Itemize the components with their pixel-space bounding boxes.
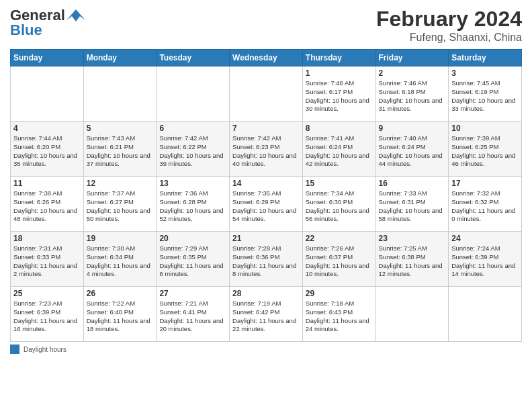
calendar-day-cell: 14Sunrise: 7:35 AM Sunset: 6:29 PM Dayli…: [230, 177, 303, 232]
calendar-week-row: 11Sunrise: 7:38 AM Sunset: 6:26 PM Dayli…: [11, 177, 522, 232]
calendar-day-cell: [157, 66, 230, 122]
calendar-day-cell: 7Sunrise: 7:42 AM Sunset: 6:23 PM Daylig…: [230, 122, 303, 177]
day-number: 19: [87, 234, 154, 243]
weekday-header: Wednesday: [230, 50, 303, 66]
calendar-day-cell: [230, 66, 303, 122]
day-info: Sunrise: 7:44 AM Sunset: 6:20 PM Dayligh…: [13, 134, 81, 169]
calendar-day-cell: [11, 66, 84, 122]
calendar-day-cell: 24Sunrise: 7:24 AM Sunset: 6:39 PM Dayli…: [449, 232, 522, 287]
day-number: 25: [13, 289, 81, 298]
day-number: 5: [87, 124, 154, 133]
calendar-day-cell: [83, 66, 157, 122]
calendar-day-cell: 16Sunrise: 7:33 AM Sunset: 6:31 PM Dayli…: [375, 177, 449, 232]
day-number: 6: [159, 124, 226, 133]
calendar-day-cell: 23Sunrise: 7:25 AM Sunset: 6:38 PM Dayli…: [375, 232, 449, 287]
weekday-header: Monday: [83, 50, 157, 66]
calendar-day-cell: 11Sunrise: 7:38 AM Sunset: 6:26 PM Dayli…: [11, 177, 84, 232]
day-info: Sunrise: 7:42 AM Sunset: 6:23 PM Dayligh…: [232, 134, 300, 169]
calendar-day-cell: 26Sunrise: 7:22 AM Sunset: 6:40 PM Dayli…: [83, 287, 157, 342]
logo-bird-icon: [66, 8, 85, 23]
calendar-day-cell: 21Sunrise: 7:28 AM Sunset: 6:36 PM Dayli…: [230, 232, 303, 287]
day-info: Sunrise: 7:25 AM Sunset: 6:38 PM Dayligh…: [379, 244, 446, 279]
day-number: 1: [306, 68, 373, 78]
footer: Daylight hours: [10, 345, 522, 354]
day-number: 13: [159, 179, 226, 188]
calendar-day-cell: 28Sunrise: 7:19 AM Sunset: 6:42 PM Dayli…: [230, 287, 303, 342]
day-number: 27: [159, 289, 226, 298]
day-info: Sunrise: 7:43 AM Sunset: 6:21 PM Dayligh…: [87, 134, 154, 169]
day-info: Sunrise: 7:46 AM Sunset: 6:17 PM Dayligh…: [306, 79, 373, 113]
day-number: 11: [13, 179, 81, 188]
day-info: Sunrise: 7:42 AM Sunset: 6:22 PM Dayligh…: [159, 134, 226, 169]
day-number: 8: [306, 124, 373, 133]
day-number: 4: [13, 124, 81, 133]
day-number: 16: [379, 179, 446, 188]
calendar-day-cell: 5Sunrise: 7:43 AM Sunset: 6:21 PM Daylig…: [83, 122, 157, 177]
day-number: 24: [451, 234, 519, 243]
day-number: 15: [306, 179, 373, 188]
day-number: 20: [159, 234, 226, 243]
day-info: Sunrise: 7:41 AM Sunset: 6:24 PM Dayligh…: [306, 134, 373, 169]
day-number: 3: [451, 68, 519, 78]
day-number: 23: [379, 234, 446, 243]
day-info: Sunrise: 7:23 AM Sunset: 6:39 PM Dayligh…: [13, 300, 81, 334]
calendar-day-cell: 6Sunrise: 7:42 AM Sunset: 6:22 PM Daylig…: [157, 122, 230, 177]
day-info: Sunrise: 7:34 AM Sunset: 6:30 PM Dayligh…: [306, 189, 373, 224]
calendar-week-row: 1Sunrise: 7:46 AM Sunset: 6:17 PM Daylig…: [11, 66, 522, 122]
calendar-day-cell: 29Sunrise: 7:18 AM Sunset: 6:43 PM Dayli…: [302, 287, 375, 342]
location-subtitle: Fufeng, Shaanxi, China: [376, 32, 522, 44]
day-info: Sunrise: 7:39 AM Sunset: 6:25 PM Dayligh…: [451, 134, 519, 169]
weekday-header: Saturday: [449, 50, 522, 66]
day-number: 21: [232, 234, 300, 243]
day-info: Sunrise: 7:29 AM Sunset: 6:35 PM Dayligh…: [159, 244, 226, 279]
calendar-day-cell: 10Sunrise: 7:39 AM Sunset: 6:25 PM Dayli…: [449, 122, 522, 177]
day-info: Sunrise: 7:37 AM Sunset: 6:27 PM Dayligh…: [87, 189, 154, 224]
day-number: 12: [87, 179, 154, 188]
day-number: 18: [13, 234, 81, 243]
calendar-day-cell: 18Sunrise: 7:31 AM Sunset: 6:33 PM Dayli…: [11, 232, 84, 287]
day-info: Sunrise: 7:45 AM Sunset: 6:19 PM Dayligh…: [451, 79, 519, 113]
day-number: 9: [379, 124, 446, 133]
day-info: Sunrise: 7:24 AM Sunset: 6:39 PM Dayligh…: [451, 244, 519, 279]
day-info: Sunrise: 7:40 AM Sunset: 6:24 PM Dayligh…: [379, 134, 446, 169]
calendar-day-cell: 25Sunrise: 7:23 AM Sunset: 6:39 PM Dayli…: [11, 287, 84, 342]
calendar-day-cell: [375, 287, 449, 342]
weekday-header: Thursday: [302, 50, 375, 66]
day-info: Sunrise: 7:35 AM Sunset: 6:29 PM Dayligh…: [232, 189, 300, 224]
day-info: Sunrise: 7:36 AM Sunset: 6:28 PM Dayligh…: [159, 189, 226, 224]
day-info: Sunrise: 7:21 AM Sunset: 6:41 PM Dayligh…: [159, 300, 226, 334]
day-number: 28: [232, 289, 300, 298]
calendar-week-row: 18Sunrise: 7:31 AM Sunset: 6:33 PM Dayli…: [11, 232, 522, 287]
daylight-label: Daylight hours: [24, 346, 66, 353]
header: General Blue February 2024 Fufeng, Shaan…: [10, 7, 522, 44]
day-info: Sunrise: 7:46 AM Sunset: 6:18 PM Dayligh…: [379, 79, 446, 113]
calendar-day-cell: 20Sunrise: 7:29 AM Sunset: 6:35 PM Dayli…: [157, 232, 230, 287]
weekday-header: Tuesday: [157, 50, 230, 66]
day-info: Sunrise: 7:33 AM Sunset: 6:31 PM Dayligh…: [379, 189, 446, 224]
calendar-day-cell: 2Sunrise: 7:46 AM Sunset: 6:18 PM Daylig…: [375, 66, 449, 122]
day-number: 2: [379, 68, 446, 78]
day-info: Sunrise: 7:31 AM Sunset: 6:33 PM Dayligh…: [13, 244, 81, 279]
calendar-day-cell: 22Sunrise: 7:26 AM Sunset: 6:37 PM Dayli…: [302, 232, 375, 287]
day-info: Sunrise: 7:22 AM Sunset: 6:40 PM Dayligh…: [87, 300, 154, 334]
calendar-day-cell: 13Sunrise: 7:36 AM Sunset: 6:28 PM Dayli…: [157, 177, 230, 232]
title-block: February 2024 Fufeng, Shaanxi, China: [376, 7, 522, 44]
weekday-header-row: SundayMondayTuesdayWednesdayThursdayFrid…: [11, 50, 522, 66]
calendar-day-cell: 4Sunrise: 7:44 AM Sunset: 6:20 PM Daylig…: [11, 122, 84, 177]
day-info: Sunrise: 7:19 AM Sunset: 6:42 PM Dayligh…: [232, 300, 300, 334]
day-number: 14: [232, 179, 300, 188]
day-info: Sunrise: 7:18 AM Sunset: 6:43 PM Dayligh…: [306, 300, 373, 334]
logo: General Blue: [10, 7, 85, 39]
day-number: 17: [451, 179, 519, 188]
day-info: Sunrise: 7:30 AM Sunset: 6:34 PM Dayligh…: [87, 244, 154, 279]
day-number: 26: [87, 289, 154, 298]
calendar-table: SundayMondayTuesdayWednesdayThursdayFrid…: [10, 49, 522, 342]
calendar-day-cell: 15Sunrise: 7:34 AM Sunset: 6:30 PM Dayli…: [302, 177, 375, 232]
day-number: 22: [306, 234, 373, 243]
day-number: 10: [451, 124, 519, 133]
day-info: Sunrise: 7:28 AM Sunset: 6:36 PM Dayligh…: [232, 244, 300, 279]
day-number: 7: [232, 124, 300, 133]
day-info: Sunrise: 7:38 AM Sunset: 6:26 PM Dayligh…: [13, 189, 81, 224]
calendar-week-row: 4Sunrise: 7:44 AM Sunset: 6:20 PM Daylig…: [11, 122, 522, 177]
day-number: 29: [306, 289, 373, 298]
